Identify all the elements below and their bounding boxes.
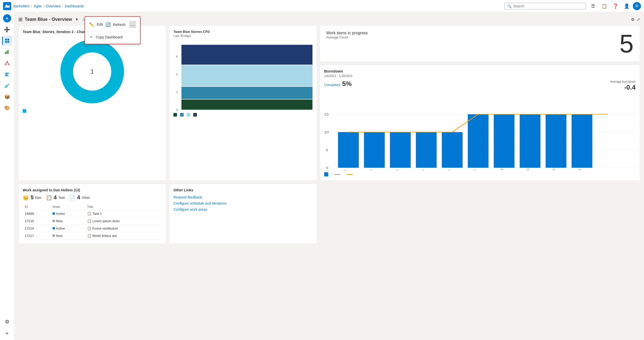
row-state: Active: [50, 210, 85, 217]
sidebar-item-artifacts[interactable]: 📦: [2, 92, 12, 102]
search-input[interactable]: [513, 4, 583, 8]
svg-rect-6: [6, 51, 7, 54]
action-menu-edit-row[interactable]: ✏️ Edit 🔄 Refresh ...: [85, 19, 140, 30]
donut-legend: [23, 109, 162, 113]
wip-label: Work items in progress: [326, 31, 368, 35]
breadcrumb-danhellem[interactable]: danhellem: [13, 4, 30, 8]
task-icon-sm: 📋: [87, 226, 91, 230]
svg-rect-49: [416, 132, 437, 168]
svg-rect-54: [546, 114, 567, 168]
epic-label: Epic: [35, 196, 42, 200]
other-link[interactable]: Request feedback: [173, 194, 312, 200]
row-id: 17215: [23, 217, 50, 225]
burndown-bar-icon: [324, 172, 328, 176]
task-icon-sm: 📋: [87, 219, 91, 223]
breadcrumb-dashboards[interactable]: Dashboards: [65, 4, 84, 8]
main-content: ⊞ Team Blue - Overview ▼ ☆ 👥 ✏️ Edit 🔄 R…: [14, 12, 644, 340]
breadcrumb-agile[interactable]: Agile: [34, 4, 42, 8]
svg-rect-52: [494, 114, 515, 168]
breadcrumb-overview[interactable]: Overview: [46, 4, 61, 8]
state-dot: [52, 220, 55, 222]
row-id: 17217: [23, 232, 50, 239]
app-logo[interactable]: [3, 2, 11, 10]
burndown-legend-ideal: [334, 174, 340, 175]
svg-rect-12: [5, 74, 8, 75]
sidebar-item-testplans[interactable]: 🧪: [2, 80, 12, 91]
other-link[interactable]: Configure work areas: [173, 206, 312, 212]
cfd-legend-4: [193, 113, 197, 117]
svg-text:1/7/2023: 1/7/2023: [415, 169, 425, 170]
row-title: 📋Morbi finibus ant: [85, 232, 162, 239]
other-link[interactable]: Configure schedule and iterations: [173, 200, 312, 206]
nav-user-icon[interactable]: 👤: [622, 1, 632, 11]
assigned-card: Work assigned to Dan Hellem (13) 👑 5 Epi…: [18, 184, 166, 244]
other-count: 📄 4 Other: [69, 194, 90, 201]
table-row: 17216 Active 📋Fusce vestibulum: [23, 225, 162, 232]
stories-iteration-card: Team Blue_Stories_Iteration 2 - Charts 1: [18, 25, 166, 181]
task-label: Task: [58, 196, 65, 200]
sidebar-item-pipelines[interactable]: [2, 69, 12, 79]
sidebar-item-boards[interactable]: [2, 36, 12, 46]
svg-rect-46: [338, 132, 359, 168]
svg-text:4: 4: [176, 73, 178, 76]
svg-text:6: 6: [176, 55, 178, 58]
svg-rect-55: [572, 114, 593, 168]
sidebar-item-extensions[interactable]: 🎨: [2, 103, 12, 113]
sidebar-settings[interactable]: ⚙: [2, 317, 12, 327]
row-state: New: [50, 217, 85, 225]
svg-rect-13: [5, 75, 8, 76]
svg-rect-5: [5, 52, 6, 54]
svg-point-8: [6, 61, 8, 63]
svg-text:1/11/2023: 1/11/2023: [519, 168, 530, 170]
cfd-legend-1: [173, 113, 177, 117]
svg-rect-3: [5, 41, 7, 43]
sidebar-item-new[interactable]: ➕: [2, 24, 12, 35]
nav-clipboard-icon[interactable]: 📋: [599, 1, 609, 11]
svg-rect-7: [8, 50, 8, 54]
cfd-card: Team Blue Stories CFD Last 30 days 0 2 4…: [169, 25, 317, 181]
sidebar-item-analytics[interactable]: [2, 47, 12, 57]
svg-text:1/12/2023: 1/12/2023: [545, 168, 556, 170]
svg-text:2: 2: [176, 91, 178, 94]
search-box[interactable]: 🔍: [504, 3, 586, 9]
svg-rect-26: [182, 87, 313, 99]
row-id: 17216: [23, 225, 50, 232]
dashboard-dropdown[interactable]: ▼: [74, 17, 80, 22]
nav-avatar[interactable]: D: [633, 2, 641, 10]
dashboard-settings-icon[interactable]: ⚙: [631, 17, 635, 22]
epic-number: 5: [31, 194, 34, 201]
state-dot: [52, 212, 55, 215]
cfd-legend-2: [180, 113, 184, 117]
svg-text:15: 15: [324, 113, 329, 116]
sidebar-collapse[interactable]: «: [2, 328, 12, 338]
donut-chart-svg: 1: [59, 38, 125, 105]
nav-list-icon[interactable]: ☰: [588, 1, 598, 11]
refresh-icon: 🔄: [105, 22, 111, 27]
more-button[interactable]: ...: [129, 21, 136, 28]
task-number: 4: [54, 194, 57, 201]
svg-text:0: 0: [176, 108, 178, 111]
cfd-legend: [173, 113, 312, 117]
epic-icon: 👑: [23, 194, 29, 201]
edit-label: Edit: [97, 22, 103, 26]
wip-sublabel: Average Count: [326, 35, 368, 39]
svg-rect-27: [182, 65, 313, 86]
search-icon: 🔍: [507, 4, 512, 8]
burndown-completed: Completed 5%: [324, 80, 352, 91]
svg-text:1/8/2023: 1/8/2023: [441, 169, 451, 170]
cfd-svg: 0 2 4 6: [173, 40, 312, 111]
svg-rect-4: [7, 41, 9, 43]
burndown-header: Burndown: [324, 69, 636, 73]
svg-text:1/13/2023: 1/13/2023: [571, 168, 582, 170]
svg-rect-2: [7, 39, 9, 40]
nav-help-icon[interactable]: ❓: [610, 1, 621, 11]
action-menu-copy-row[interactable]: ＋ Copy Dashboard: [85, 32, 140, 42]
sidebar-item-repos[interactable]: [2, 58, 12, 68]
svg-rect-11: [5, 73, 9, 74]
row-title: 📋Lorem ipsum dolor: [85, 217, 162, 225]
svg-rect-53: [520, 114, 541, 168]
cfd-legend-3: [187, 113, 190, 117]
dashboard-expand-icon[interactable]: ⤢: [637, 17, 640, 22]
svg-rect-1: [5, 39, 7, 40]
trend-line-icon: [347, 174, 353, 175]
